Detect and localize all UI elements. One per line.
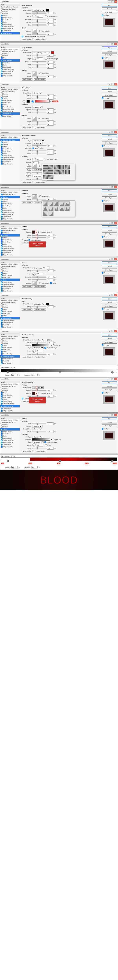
param-value[interactable]: [47, 276, 53, 278]
style-toggle[interactable]: [1, 279, 3, 281]
sidebar-item-inner-glow[interactable]: Inner Glow: [0, 19, 20, 21]
style-toggle[interactable]: [1, 403, 3, 404]
param-slider[interactable]: [32, 61, 47, 62]
param-value[interactable]: [37, 15, 43, 18]
close-icon[interactable]: ×: [115, 378, 117, 380]
style-toggle[interactable]: [1, 201, 3, 202]
cancel-button[interactable]: Cancel: [102, 385, 117, 388]
sidebar-item-drop-shadow[interactable]: Drop Shadow: [0, 115, 20, 117]
minimize-icon[interactable]: –: [108, 258, 111, 260]
sidebar-item-outer-glow[interactable]: Outer Glow: [0, 73, 20, 75]
style-toggle[interactable]: [1, 139, 3, 141]
sidebar-item-gradient-overlay[interactable]: Gradient Overlay: [0, 320, 20, 321]
angle-dial[interactable]: [32, 14, 36, 18]
sidebar-blending-options[interactable]: Blending Options: Default: [0, 299, 20, 302]
style-toggle[interactable]: [1, 53, 3, 54]
param-value[interactable]: [47, 75, 53, 78]
sidebar-item-pattern-overlay[interactable]: Pattern Overlay: [0, 213, 20, 216]
angle-dial[interactable]: [32, 349, 36, 353]
opacity-value[interactable]: [11, 374, 18, 376]
contour-preset[interactable]: [48, 211, 53, 216]
style-toggle[interactable]: [1, 433, 3, 435]
close-icon[interactable]: ×: [115, 186, 117, 188]
preview-toggle[interactable]: Preview: [102, 392, 117, 394]
color-swatch[interactable]: [46, 302, 49, 305]
style-toggle[interactable]: [1, 282, 3, 283]
sidebar-item-drop-shadow[interactable]: Drop Shadow: [0, 446, 20, 448]
param-value[interactable]: [47, 24, 53, 26]
param-slider[interactable]: [32, 353, 47, 355]
style-toggle[interactable]: [1, 313, 3, 314]
sidebar-item-texture[interactable]: Texture: [0, 234, 20, 237]
sidebar-item-gradient-overlay[interactable]: Gradient Overlay: [0, 283, 20, 286]
sidebar-item-pattern-overlay[interactable]: Pattern Overlay: [0, 441, 20, 444]
sidebar-item-texture[interactable]: Texture: [0, 306, 20, 308]
style-toggle[interactable]: [1, 388, 3, 390]
param-slider[interactable]: [32, 13, 47, 14]
param-slider[interactable]: [32, 34, 47, 35]
angle-dial[interactable]: [32, 57, 36, 60]
sidebar-item-drop-shadow[interactable]: Drop Shadow: [0, 75, 20, 77]
sidebar-item-stroke[interactable]: Stroke: [0, 97, 20, 99]
sidebar-item-gradient-overlay[interactable]: Gradient Overlay: [0, 211, 20, 213]
close-icon[interactable]: ×: [115, 294, 117, 296]
dropdown-icon[interactable]: ▾: [50, 100, 51, 102]
sidebar-item-inner-glow[interactable]: Inner Glow: [0, 312, 20, 315]
sidebar-blending-options[interactable]: Blending Options: Default: [0, 228, 20, 229]
style-toggle[interactable]: [1, 266, 3, 267]
sidebar-item-stroke[interactable]: Stroke: [0, 272, 20, 274]
sidebar-item-bevel-and-emboss[interactable]: Bevel and Emboss: [0, 385, 20, 388]
gloss-preset[interactable]: [48, 170, 53, 175]
sidebar-item-inner-glow[interactable]: Inner Glow: [0, 62, 20, 64]
sidebar-item-pattern-overlay[interactable]: Pattern Overlay: [0, 250, 20, 252]
sidebar-item-outer-glow[interactable]: Outer Glow: [0, 444, 20, 446]
reset-default-button[interactable]: Reset to Default: [34, 38, 46, 40]
style-toggle[interactable]: [1, 75, 3, 76]
param-value[interactable]: [47, 12, 53, 14]
sidebar-item-color-overlay[interactable]: Color Overlay: [0, 154, 20, 156]
close-icon[interactable]: ×: [115, 330, 117, 332]
param-value[interactable]: [47, 341, 53, 344]
preview-toggle[interactable]: Preview: [102, 97, 117, 99]
param-select[interactable]: Normal: [32, 92, 42, 94]
sidebar-item-satin[interactable]: Satin: [0, 243, 20, 245]
new-style-button[interactable]: New Style...: [102, 11, 117, 14]
param-checkbox[interactable]: Invert: [22, 239, 28, 241]
angle-dial[interactable]: [32, 443, 36, 447]
sidebar-item-inner-glow[interactable]: Inner Glow: [0, 348, 20, 351]
param-select[interactable]: Linear Dodge (Add): [32, 51, 50, 54]
param-checkbox[interactable]: Use Global Light: [45, 16, 58, 17]
style-toggle[interactable]: [1, 108, 3, 110]
maximize-icon[interactable]: ▢: [111, 131, 114, 133]
sidebar-item-bevel-and-emboss[interactable]: Bevel and Emboss: [0, 50, 20, 52]
style-toggle[interactable]: [1, 385, 3, 387]
gradient-stop[interactable]: [6, 371, 9, 374]
param-value[interactable]: [47, 422, 53, 425]
new-style-button[interactable]: New Style...: [102, 388, 117, 391]
dropdown-icon[interactable]: ▾: [36, 392, 37, 394]
dropdown-icon[interactable]: ▾: [38, 118, 39, 119]
param-value[interactable]: [47, 150, 53, 152]
param-checkbox[interactable]: Link with Layer: [29, 239, 41, 241]
param-value[interactable]: [47, 21, 53, 24]
cancel-button[interactable]: Cancel: [102, 337, 117, 340]
sidebar-item-color-overlay[interactable]: Color Overlay: [0, 66, 20, 68]
param-slider[interactable]: [32, 64, 47, 65]
param-select[interactable]: Reflected: [32, 347, 44, 349]
sidebar-item-drop-shadow[interactable]: Drop Shadow: [0, 326, 20, 328]
dropdown-icon[interactable]: ▾: [51, 344, 52, 346]
param-select[interactable]: Color Dodge: [32, 267, 46, 269]
gloss-preset[interactable]: [65, 165, 70, 170]
style-toggle[interactable]: [1, 394, 3, 396]
reset-default-button[interactable]: Reset to Default: [34, 356, 46, 358]
sidebar-item-drop-shadow[interactable]: Drop Shadow: [0, 362, 20, 364]
sidebar-item-bevel-and-emboss[interactable]: Bevel and Emboss: [0, 8, 20, 10]
style-toggle[interactable]: [1, 347, 3, 348]
style-toggle[interactable]: [1, 218, 3, 220]
sidebar-item-outer-glow[interactable]: Outer Glow: [0, 288, 20, 290]
param-value[interactable]: [47, 108, 53, 111]
style-toggle[interactable]: [1, 209, 3, 211]
sidebar-item-stroke[interactable]: Stroke: [0, 237, 20, 239]
style-toggle[interactable]: [1, 444, 3, 445]
sidebar-blending-options[interactable]: Blending Options: Default: [0, 383, 20, 385]
